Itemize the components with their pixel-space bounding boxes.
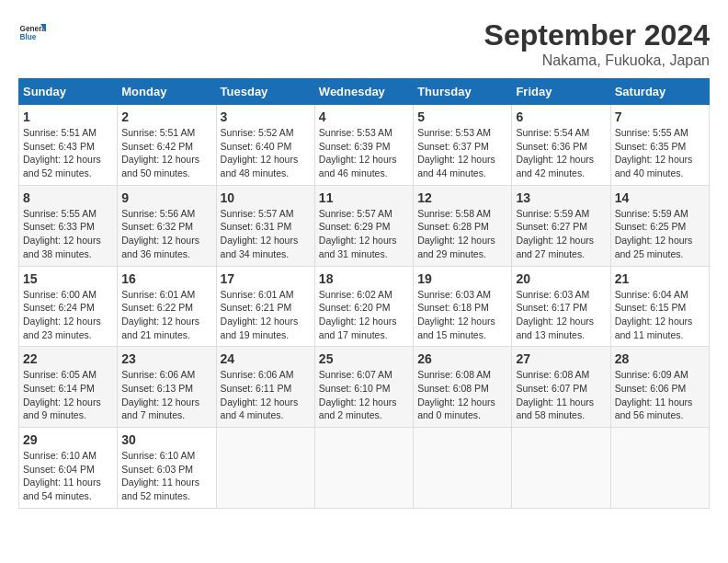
calendar-cell: 24Sunrise: 6:06 AM Sunset: 6:11 PM Dayli…	[216, 347, 314, 428]
day-info: Sunrise: 6:04 AM Sunset: 6:15 PM Dayligh…	[615, 288, 705, 342]
day-info: Sunrise: 6:10 AM Sunset: 6:04 PM Dayligh…	[23, 449, 113, 503]
svg-text:Blue: Blue	[20, 33, 37, 41]
calendar-cell: 1Sunrise: 5:51 AM Sunset: 6:43 PM Daylig…	[19, 105, 118, 186]
calendar-week-4: 22Sunrise: 6:05 AM Sunset: 6:14 PM Dayli…	[19, 347, 710, 428]
calendar-cell	[216, 428, 314, 509]
day-info: Sunrise: 5:58 AM Sunset: 6:28 PM Dayligh…	[417, 207, 507, 261]
calendar-cell: 4Sunrise: 5:53 AM Sunset: 6:39 PM Daylig…	[314, 105, 413, 186]
day-number: 7	[615, 109, 705, 124]
day-info: Sunrise: 6:00 AM Sunset: 6:24 PM Dayligh…	[23, 288, 113, 342]
calendar-cell: 26Sunrise: 6:08 AM Sunset: 6:08 PM Dayli…	[414, 347, 512, 428]
day-number: 1	[23, 109, 113, 124]
calendar-week-5: 29Sunrise: 6:10 AM Sunset: 6:04 PM Dayli…	[19, 428, 710, 509]
calendar-cell: 20Sunrise: 6:03 AM Sunset: 6:17 PM Dayli…	[512, 266, 610, 347]
day-number: 13	[516, 190, 606, 205]
calendar-cell	[512, 428, 610, 509]
day-info: Sunrise: 5:51 AM Sunset: 6:42 PM Dayligh…	[121, 126, 211, 180]
calendar-cell: 11Sunrise: 5:57 AM Sunset: 6:29 PM Dayli…	[314, 185, 413, 266]
calendar-cell: 7Sunrise: 5:55 AM Sunset: 6:35 PM Daylig…	[610, 105, 709, 186]
day-number: 29	[23, 432, 113, 447]
calendar-cell	[314, 428, 413, 509]
calendar-cell: 28Sunrise: 6:09 AM Sunset: 6:06 PM Dayli…	[610, 347, 709, 428]
day-number: 23	[121, 351, 211, 366]
day-info: Sunrise: 6:10 AM Sunset: 6:03 PM Dayligh…	[121, 449, 211, 503]
col-tuesday: Tuesday	[216, 79, 314, 105]
calendar-cell: 22Sunrise: 6:05 AM Sunset: 6:14 PM Dayli…	[19, 347, 118, 428]
calendar-table: Sunday Monday Tuesday Wednesday Thursday…	[18, 78, 710, 509]
day-number: 10	[221, 190, 311, 205]
day-number: 26	[417, 351, 507, 366]
calendar-header-row: Sunday Monday Tuesday Wednesday Thursday…	[19, 79, 710, 105]
day-number: 22	[23, 351, 113, 366]
title-block: September 2024 Nakama, Fukuoka, Japan	[484, 18, 710, 69]
calendar-cell: 27Sunrise: 6:08 AM Sunset: 6:07 PM Dayli…	[512, 347, 610, 428]
day-info: Sunrise: 6:01 AM Sunset: 6:22 PM Dayligh…	[121, 288, 211, 342]
day-info: Sunrise: 5:57 AM Sunset: 6:29 PM Dayligh…	[319, 207, 409, 261]
calendar-cell: 14Sunrise: 5:59 AM Sunset: 6:25 PM Dayli…	[610, 185, 709, 266]
calendar-week-3: 15Sunrise: 6:00 AM Sunset: 6:24 PM Dayli…	[19, 266, 710, 347]
calendar-cell: 25Sunrise: 6:07 AM Sunset: 6:10 PM Dayli…	[314, 347, 413, 428]
calendar-cell: 19Sunrise: 6:03 AM Sunset: 6:18 PM Dayli…	[414, 266, 512, 347]
calendar-cell: 29Sunrise: 6:10 AM Sunset: 6:04 PM Dayli…	[19, 428, 118, 509]
calendar-cell: 10Sunrise: 5:57 AM Sunset: 6:31 PM Dayli…	[216, 185, 314, 266]
day-info: Sunrise: 6:02 AM Sunset: 6:20 PM Dayligh…	[319, 288, 409, 342]
day-info: Sunrise: 6:01 AM Sunset: 6:21 PM Dayligh…	[221, 288, 311, 342]
day-info: Sunrise: 6:08 AM Sunset: 6:07 PM Dayligh…	[516, 368, 606, 422]
day-number: 4	[319, 109, 409, 124]
calendar-cell: 18Sunrise: 6:02 AM Sunset: 6:20 PM Dayli…	[314, 266, 413, 347]
calendar-cell: 21Sunrise: 6:04 AM Sunset: 6:15 PM Dayli…	[610, 266, 709, 347]
calendar-cell: 12Sunrise: 5:58 AM Sunset: 6:28 PM Dayli…	[414, 185, 512, 266]
calendar-cell: 8Sunrise: 5:55 AM Sunset: 6:33 PM Daylig…	[19, 185, 118, 266]
day-number: 28	[615, 351, 705, 366]
location-subtitle: Nakama, Fukuoka, Japan	[484, 52, 710, 69]
day-number: 8	[23, 190, 113, 205]
day-info: Sunrise: 5:51 AM Sunset: 6:43 PM Dayligh…	[23, 126, 113, 180]
day-info: Sunrise: 5:59 AM Sunset: 6:25 PM Dayligh…	[615, 207, 705, 261]
day-number: 9	[121, 190, 211, 205]
calendar-week-1: 1Sunrise: 5:51 AM Sunset: 6:43 PM Daylig…	[19, 105, 710, 186]
day-number: 25	[319, 351, 409, 366]
col-wednesday: Wednesday	[314, 79, 413, 105]
day-number: 20	[516, 271, 606, 286]
day-info: Sunrise: 6:08 AM Sunset: 6:08 PM Dayligh…	[417, 368, 507, 422]
day-number: 15	[23, 271, 113, 286]
col-thursday: Thursday	[414, 79, 512, 105]
day-number: 2	[121, 109, 211, 124]
calendar-cell	[414, 428, 512, 509]
col-sunday: Sunday	[19, 79, 118, 105]
calendar-cell: 2Sunrise: 5:51 AM Sunset: 6:42 PM Daylig…	[118, 105, 216, 186]
calendar-cell: 23Sunrise: 6:06 AM Sunset: 6:13 PM Dayli…	[118, 347, 216, 428]
day-info: Sunrise: 5:57 AM Sunset: 6:31 PM Dayligh…	[221, 207, 311, 261]
calendar-cell: 16Sunrise: 6:01 AM Sunset: 6:22 PM Dayli…	[118, 266, 216, 347]
day-info: Sunrise: 6:03 AM Sunset: 6:17 PM Dayligh…	[516, 288, 606, 342]
day-number: 21	[615, 271, 705, 286]
calendar-cell	[610, 428, 709, 509]
calendar-cell: 5Sunrise: 5:53 AM Sunset: 6:37 PM Daylig…	[414, 105, 512, 186]
day-number: 17	[221, 271, 311, 286]
day-info: Sunrise: 5:56 AM Sunset: 6:32 PM Dayligh…	[121, 207, 211, 261]
day-info: Sunrise: 6:03 AM Sunset: 6:18 PM Dayligh…	[417, 288, 507, 342]
month-title: September 2024	[484, 18, 710, 52]
day-info: Sunrise: 5:53 AM Sunset: 6:39 PM Dayligh…	[319, 126, 409, 180]
calendar-week-2: 8Sunrise: 5:55 AM Sunset: 6:33 PM Daylig…	[19, 185, 710, 266]
day-info: Sunrise: 6:09 AM Sunset: 6:06 PM Dayligh…	[615, 368, 705, 422]
day-info: Sunrise: 6:07 AM Sunset: 6:10 PM Dayligh…	[319, 368, 409, 422]
calendar-cell: 3Sunrise: 5:52 AM Sunset: 6:40 PM Daylig…	[216, 105, 314, 186]
day-info: Sunrise: 5:52 AM Sunset: 6:40 PM Dayligh…	[221, 126, 311, 180]
calendar-cell: 17Sunrise: 6:01 AM Sunset: 6:21 PM Dayli…	[216, 266, 314, 347]
day-number: 19	[417, 271, 507, 286]
col-friday: Friday	[512, 79, 610, 105]
calendar-cell: 6Sunrise: 5:54 AM Sunset: 6:36 PM Daylig…	[512, 105, 610, 186]
col-saturday: Saturday	[610, 79, 709, 105]
day-info: Sunrise: 5:53 AM Sunset: 6:37 PM Dayligh…	[417, 126, 507, 180]
day-number: 11	[319, 190, 409, 205]
day-number: 6	[516, 109, 606, 124]
day-number: 30	[121, 432, 211, 447]
day-number: 27	[516, 351, 606, 366]
calendar-cell: 15Sunrise: 6:00 AM Sunset: 6:24 PM Dayli…	[19, 266, 118, 347]
calendar-cell: 30Sunrise: 6:10 AM Sunset: 6:03 PM Dayli…	[118, 428, 216, 509]
day-info: Sunrise: 5:55 AM Sunset: 6:35 PM Dayligh…	[615, 126, 705, 180]
day-number: 5	[417, 109, 507, 124]
day-info: Sunrise: 5:59 AM Sunset: 6:27 PM Dayligh…	[516, 207, 606, 261]
day-info: Sunrise: 5:55 AM Sunset: 6:33 PM Dayligh…	[23, 207, 113, 261]
